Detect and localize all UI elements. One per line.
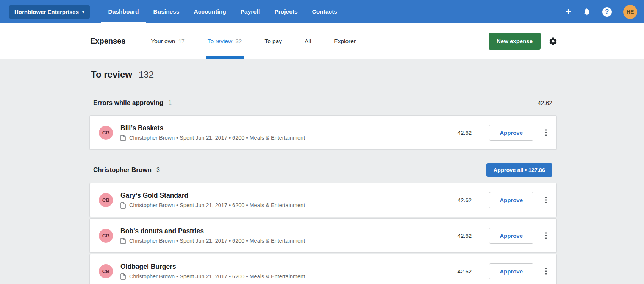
settings-gear-icon[interactable]	[549, 37, 558, 46]
expense-card[interactable]: CB Bob’s donuts and Pastries Christopher…	[89, 218, 557, 253]
tab-your-own-count: 17	[178, 38, 184, 45]
caret-down-icon: ▾	[82, 9, 84, 14]
expense-amount: 42.62	[458, 268, 472, 275]
organisation-name: Hornblower Enterprises	[14, 9, 79, 15]
expense-details: Christopher Brown • Spent Jun 21, 2017 •…	[129, 273, 305, 279]
organisation-menu-button[interactable]: Hornblower Enterprises ▾	[9, 5, 90, 19]
tab-to-pay[interactable]: To pay	[263, 23, 284, 59]
nav-item-business[interactable]: Business	[146, 0, 187, 23]
expenses-header: Expenses Your own 17 To review 32 To pay…	[0, 23, 644, 59]
expense-details: Christopher Brown • Spent Jun 21, 2017 •…	[129, 202, 305, 208]
approve-button[interactable]: Approve	[489, 125, 533, 141]
expense-details: Christopher Brown • Spent Jun 21, 2017 •…	[129, 238, 305, 244]
tab-to-review[interactable]: To review 32	[206, 23, 244, 59]
section-title: Errors while approving	[93, 99, 163, 107]
section-title: Christopher Brown	[93, 166, 152, 174]
tab-to-review-count: 32	[235, 38, 242, 45]
expense-amount: 42.62	[458, 233, 472, 239]
review-heading: To review 132	[89, 69, 557, 80]
kebab-menu-icon[interactable]	[544, 265, 548, 277]
tab-your-own[interactable]: Your own 17	[149, 23, 186, 59]
expense-title: Gary’s Gold Standard	[120, 192, 458, 200]
section-total: 42.62	[538, 100, 552, 106]
review-heading-title: To review	[91, 69, 132, 80]
kebab-menu-icon[interactable]	[544, 194, 548, 206]
tab-all[interactable]: All	[303, 23, 313, 59]
expense-title: Bob’s donuts and Pastries	[120, 227, 458, 235]
document-icon	[120, 202, 126, 209]
expense-card[interactable]: CB Bill’s Baskets Christopher Brown • Sp…	[89, 115, 557, 150]
section-christopher-brown: Christopher Brown 3 Approve all • 127.86…	[89, 163, 557, 284]
help-icon[interactable]: ?	[602, 7, 612, 17]
avatar: CB	[99, 264, 113, 278]
expense-title: Bill’s Baskets	[120, 124, 458, 132]
approve-button[interactable]: Approve	[489, 228, 533, 244]
user-avatar[interactable]: HE	[623, 5, 637, 19]
page-title: Expenses	[90, 37, 125, 45]
kebab-menu-icon[interactable]	[544, 127, 548, 138]
expense-amount: 42.62	[458, 130, 472, 136]
nav-actions: + ? HE	[565, 0, 637, 23]
expenses-tabs: Your own 17 To review 32 To pay All Expl…	[149, 23, 377, 59]
expense-info: Oldbagel Burgers Christopher Brown • Spe…	[120, 263, 458, 280]
nav-item-accounting[interactable]: Accounting	[186, 0, 233, 23]
tab-explorer[interactable]: Explorer	[332, 23, 358, 59]
notifications-bell-icon[interactable]	[583, 8, 591, 16]
avatar: CB	[99, 229, 113, 243]
approve-all-button[interactable]: Approve all • 127.86	[486, 163, 552, 177]
nav-item-dashboard[interactable]: Dashboard	[101, 0, 146, 23]
section-errors-while-approving: Errors while approving 1 42.62 CB Bill’s…	[89, 97, 557, 150]
expense-details: Christopher Brown • Spent Jun 21, 2017 •…	[129, 135, 305, 141]
avatar: CB	[99, 126, 113, 140]
nav-item-projects[interactable]: Projects	[267, 0, 305, 23]
expense-info: Gary’s Gold Standard Christopher Brown •…	[120, 192, 458, 209]
section-count: 1	[168, 100, 172, 106]
avatar: CB	[99, 193, 113, 207]
document-icon	[120, 238, 126, 244]
section-card-list: CB Gary’s Gold Standard Christopher Brow…	[89, 183, 557, 284]
expense-card[interactable]: CB Oldbagel Burgers Christopher Brown • …	[89, 254, 557, 284]
add-icon[interactable]: +	[565, 7, 571, 17]
approve-button[interactable]: Approve	[489, 263, 533, 279]
main-nav: Dashboard Business Accounting Payroll Pr…	[101, 0, 344, 23]
nav-item-payroll[interactable]: Payroll	[233, 0, 267, 23]
expense-title: Oldbagel Burgers	[120, 263, 458, 271]
nav-item-contacts[interactable]: Contacts	[305, 0, 344, 23]
review-heading-count: 132	[139, 69, 154, 80]
expense-info: Bob’s donuts and Pastries Christopher Br…	[120, 227, 458, 244]
expense-card[interactable]: CB Gary’s Gold Standard Christopher Brow…	[89, 183, 557, 217]
document-icon	[120, 273, 126, 280]
section-card-list: CB Bill’s Baskets Christopher Brown • Sp…	[89, 115, 557, 150]
document-icon	[120, 135, 126, 141]
new-expense-button[interactable]: New expense	[489, 33, 541, 50]
kebab-menu-icon[interactable]	[544, 230, 548, 241]
top-navigation-bar: Hornblower Enterprises ▾ Dashboard Busin…	[0, 0, 644, 23]
to-review-content: To review 132 Errors while approving 1 4…	[0, 59, 644, 284]
expense-amount: 42.62	[458, 197, 472, 203]
expense-info: Bill’s Baskets Christopher Brown • Spent…	[120, 124, 458, 141]
approve-button[interactable]: Approve	[489, 192, 533, 208]
section-count: 3	[156, 167, 160, 173]
